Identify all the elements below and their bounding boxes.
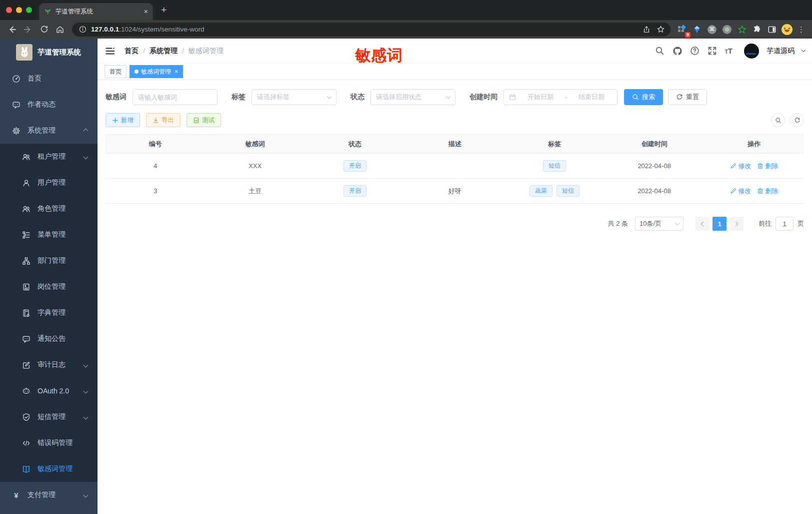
extension-command-icon[interactable]: ⌘ xyxy=(706,23,718,37)
edit-link[interactable]: 修改 xyxy=(730,187,751,196)
tag-select[interactable]: 请选择标签 xyxy=(252,89,336,105)
date-range-picker[interactable]: 开始日期 - 结束日期 xyxy=(504,89,618,105)
sidebar-item-sms[interactable]: 短信管理 xyxy=(0,404,98,430)
delete-link[interactable]: 删除 xyxy=(757,187,778,196)
table-row: 4 XXX 开启 短信 2022-04-08 修改 删除 xyxy=(106,154,804,179)
sidebar-item-tenant[interactable]: 租户管理 xyxy=(0,144,98,170)
site-info-icon[interactable] xyxy=(78,23,87,37)
user-avatar[interactable] xyxy=(744,44,759,59)
prev-page-button[interactable] xyxy=(696,217,710,231)
reload-icon[interactable] xyxy=(37,23,51,37)
sidebar-item-audit[interactable]: 审计日志 xyxy=(0,352,98,378)
sidebar-item-post[interactable]: 岗位管理 xyxy=(0,274,98,300)
goto-input[interactable] xyxy=(776,217,794,231)
fullscreen-icon[interactable] xyxy=(708,46,718,56)
bookmark-star-icon[interactable] xyxy=(654,23,668,37)
sidebar-item-sensitive-word[interactable]: 敏感词管理 xyxy=(0,456,98,482)
tag-sensitive-word[interactable]: 敏感词管理 × xyxy=(130,65,183,78)
table-row: 3 土豆 开启 好呀 蔬菜 短信 2022-04-08 修改 xyxy=(106,179,804,204)
user-menu-chevron-icon[interactable] xyxy=(802,48,806,52)
tag-close-icon[interactable]: × xyxy=(174,68,178,75)
sidebar-item-dict[interactable]: 字典管理 xyxy=(0,300,98,326)
system-submenu: 租户管理 用户管理 角色管理 菜单管理 部门管理 岗位管理 xyxy=(0,144,98,482)
side-panel-icon[interactable] xyxy=(766,23,778,37)
test-doc-icon xyxy=(193,117,200,124)
pagination: 共 2 条 10条/页 1 前往 页 xyxy=(106,217,804,231)
chat-icon xyxy=(12,101,20,109)
word-input[interactable] xyxy=(138,94,212,101)
cell-created: 2022-04-08 xyxy=(604,187,704,195)
sidebar-item-notice[interactable]: 通知公告 xyxy=(0,326,98,352)
sidebar-item-dept[interactable]: 部门管理 xyxy=(0,248,98,274)
table-search-button[interactable] xyxy=(771,113,785,127)
chevron-down-icon xyxy=(84,154,88,159)
sidebar-item-role[interactable]: 角色管理 xyxy=(0,196,98,222)
github-icon[interactable] xyxy=(672,46,682,56)
address-bar[interactable]: 127.0.0.1:1024/system/sensitive-word xyxy=(72,23,670,37)
page-number[interactable]: 1 xyxy=(712,217,726,231)
forward-icon[interactable] xyxy=(21,23,35,37)
page-size-select[interactable]: 10条/页 xyxy=(635,217,684,231)
back-icon[interactable] xyxy=(5,23,19,37)
extension-grid-icon[interactable]: 9 xyxy=(676,23,688,37)
sidebar-item-oauth[interactable]: OAuth 2.0 xyxy=(0,378,98,404)
sidebar-item-errcode[interactable]: 错误码管理 xyxy=(0,430,98,456)
refresh-icon xyxy=(676,94,683,101)
test-button[interactable]: 测试 xyxy=(186,113,221,127)
profile-avatar-icon[interactable] xyxy=(780,23,794,37)
extension-star-icon[interactable] xyxy=(736,23,748,37)
delete-link[interactable]: 删除 xyxy=(757,162,778,171)
browser-toolbar: 127.0.0.1:1024/system/sensitive-word 9 ⌘ xyxy=(0,20,812,39)
sidebar-item-home[interactable]: 首页 xyxy=(0,66,98,92)
main-area: 首页 / 系统管理 / 敏感词管理 敏感词 TT xyxy=(98,39,812,514)
chevron-down-icon xyxy=(675,221,680,226)
roles-icon xyxy=(22,205,30,213)
font-size-icon[interactable]: TT xyxy=(725,47,732,55)
sidebar-item-pay[interactable]: ¥ 支付管理 xyxy=(0,482,98,508)
extensions-puzzle-icon[interactable] xyxy=(750,23,764,37)
search-icon[interactable] xyxy=(655,46,665,56)
app-title: 芋道管理系统 xyxy=(38,48,81,57)
table-refresh-button[interactable] xyxy=(790,113,804,127)
chevron-down-icon xyxy=(446,94,451,99)
sidebar-item-menu[interactable]: 菜单管理 xyxy=(0,222,98,248)
reset-button[interactable]: 重置 xyxy=(668,89,707,105)
dashboard-icon xyxy=(12,75,20,83)
oauth-robot-icon xyxy=(22,387,30,395)
export-button[interactable]: 导出 xyxy=(146,113,180,127)
minimize-window-button[interactable] xyxy=(16,7,22,13)
browser-menu-icon[interactable]: ⋮ xyxy=(796,25,807,34)
extension-kite-icon[interactable] xyxy=(690,23,704,37)
gear-icon xyxy=(12,127,20,135)
maximize-window-button[interactable] xyxy=(26,7,32,13)
breadcrumb-home[interactable]: 首页 xyxy=(124,47,138,56)
home-icon[interactable] xyxy=(53,23,67,37)
share-icon[interactable] xyxy=(640,23,654,37)
search-button[interactable]: 搜索 xyxy=(624,89,663,105)
sidebar-item-system[interactable]: 系统管理 xyxy=(0,118,98,144)
next-page-button[interactable] xyxy=(730,217,744,231)
tag-badge: 短信 xyxy=(556,185,580,197)
sidebar-item-user[interactable]: 用户管理 xyxy=(0,170,98,196)
tab-close-icon[interactable]: × xyxy=(144,8,148,15)
new-tab-button[interactable]: + xyxy=(153,3,166,20)
tag-home[interactable]: 首页 xyxy=(104,65,126,78)
cell-id: 4 xyxy=(106,162,206,170)
close-window-button[interactable] xyxy=(6,7,12,13)
extension-badge: 9 xyxy=(685,32,690,38)
breadcrumb-section[interactable]: 系统管理 xyxy=(150,47,178,56)
extension-dot-icon[interactable] xyxy=(720,23,734,37)
app-logo[interactable]: 芋道管理系统 xyxy=(0,39,98,66)
screen: 芋道管理系统 × + 127.0.0.1:1024/system/sensiti… xyxy=(0,0,812,514)
add-button[interactable]: 新增 xyxy=(106,113,140,127)
tag-filter-label: 标签 xyxy=(232,93,246,102)
edit-link[interactable]: 修改 xyxy=(730,162,751,171)
help-icon[interactable] xyxy=(690,46,700,56)
browser-tab[interactable]: 芋道管理系统 × xyxy=(39,3,153,20)
collapse-sidebar-icon[interactable] xyxy=(104,46,116,57)
sidebar-item-author-news[interactable]: 作者动态 xyxy=(0,92,98,118)
status-select[interactable]: 请选择启用状态 xyxy=(370,89,456,105)
toolbar-row: 新增 导出 测试 xyxy=(106,113,804,127)
refresh-icon xyxy=(794,117,800,124)
username[interactable]: 芋道源码 xyxy=(766,47,794,56)
